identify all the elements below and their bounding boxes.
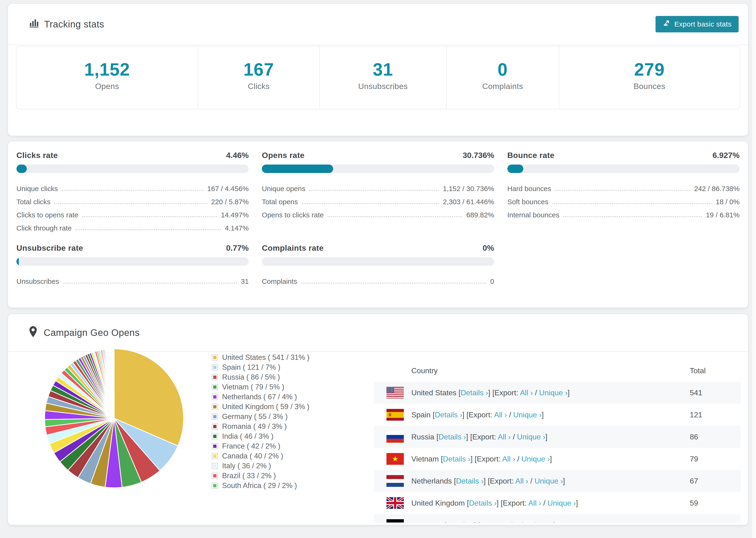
country-total: 121 [690,410,702,419]
bar-chart-icon [28,18,39,30]
export-all-link[interactable]: All › [494,410,507,419]
legend-item: South Africa ( 29 / 2% ) [212,481,309,491]
details-link[interactable]: Details › [469,499,496,507]
legend-item: Spain ( 121 / 7% ) [212,362,309,372]
country-name: United Kingdom [411,499,465,507]
stat-box-clicks: 167 Clicks [198,46,319,109]
stat-box-opens: 1,152 Opens [17,46,198,109]
rate-stat-label: Hard bounces [507,185,551,193]
russia-flag-icon [387,431,404,443]
details-link[interactable]: Details › [446,521,474,523]
stat-box-complaints: 0 Complaints [446,46,559,109]
legend-swatch [212,404,218,410]
rate-progress-fill [17,257,19,266]
germany-flag-icon [387,519,404,522]
export-unique-link[interactable]: Unique › [548,499,576,507]
rate-stat-row: Total clicks 220 / 5.87% [17,193,249,206]
rate-stat-row: Hard bounces 242 / 86.738% [507,180,739,193]
legend-swatch [212,374,218,380]
country-total: 55 [690,521,698,523]
legend-label: Germany ( 55 / 3% ) [222,412,288,421]
dotted-leader [309,190,439,191]
geo-header: Campaign Geo Opens [8,314,748,351]
dotted-leader [82,216,217,217]
details-link[interactable]: Details › [435,410,462,419]
export-all-link[interactable]: All › [502,455,515,463]
country-cell: Germany [Details ›] [Export: All › / Uni… [411,521,556,523]
country-name: Netherlands [411,477,452,485]
legend-label: India ( 46 / 3% ) [222,432,274,441]
export-unique-link[interactable]: Unique › [525,521,553,523]
uk-flag-icon [387,497,404,509]
export-unique-link[interactable]: Unique › [539,389,567,397]
rate-stat-value: 220 / 5.87% [211,198,249,206]
column-header-total: Total [690,366,706,375]
details-link[interactable]: Details › [456,477,483,485]
legend-item: United States ( 541 / 31% ) [212,352,309,362]
rate-value: 30.736% [462,151,494,160]
rate-stat-value: 4.147% [225,224,249,232]
rate-title: Bounce rate [507,151,555,160]
country-name: Russia [411,433,434,441]
export-all-link[interactable]: All › [498,433,511,441]
rate-stat-row: Complaints 0 [262,272,494,286]
legend-swatch [212,473,218,479]
export-basic-stats-button[interactable]: Export basic stats [656,16,739,32]
tracking-stats-card: Tracking stats Export basic stats 1,152 … [8,3,748,136]
legend-item: India ( 46 / 3% ) [212,431,309,441]
campaign-geo-opens-card: Campaign Geo Opens United States ( 541 /… [8,314,748,525]
export-all-link[interactable]: All › [515,477,528,485]
geo-table-row-ru: Russia [Details ›] [Export: All › / Uniq… [374,426,740,448]
legend-swatch [212,443,218,449]
details-link[interactable]: Details › [439,433,466,441]
export-unique-link[interactable]: Unique › [521,455,550,463]
dotted-leader [563,216,702,217]
legend-swatch [212,394,218,400]
export-icon [663,20,670,29]
details-link[interactable]: Details › [460,389,488,397]
netherlands-flag-icon [387,475,404,487]
legend-label: Brazil ( 33 / 2% ) [222,471,276,480]
geo-table-header: Country Total [374,351,740,382]
page-title: Tracking stats [44,19,104,29]
rates-card: Clicks rate 4.46% Unique clicks 167 / 4.… [8,141,748,308]
rate-stat-row: Soft bounces 18 / 0% [507,193,739,206]
rate-value: 4.46% [226,151,249,160]
legend-label: Vietnam ( 79 / 5% ) [222,383,284,391]
rate-stat-label: Total opens [262,198,298,206]
export-unique-link[interactable]: Unique › [535,477,563,485]
legend-item: Russia ( 86 / 5% ) [212,372,309,382]
scrollbar[interactable] [752,0,756,538]
country-total: 67 [690,477,698,485]
export-all-link[interactable]: All › [506,521,519,523]
legend-item: Italy ( 36 / 2% ) [212,461,309,471]
geo-table-row-gb: United Kingdom [Details ›] [Export: All … [374,492,740,514]
clicks-count: 167 [198,60,319,79]
stat-box-unsubscribes: 31 Unsubscribes [319,46,446,109]
legend-item: United Kingdom ( 59 / 3% ) [212,402,309,412]
geo-title: Campaign Geo Opens [44,327,140,338]
opens-count: 1,152 [17,60,198,79]
legend-label: Canada ( 40 / 2% ) [222,452,283,460]
rate-stat-value: 14.497% [221,211,249,219]
unsubscribes-count: 31 [320,60,446,79]
export-all-link[interactable]: All › [520,389,533,397]
export-unique-link[interactable]: Unique › [517,433,545,441]
bounces-count: 279 [559,60,739,79]
rate-stat-label: Opens to clicks rate [262,211,324,219]
country-cell: Vietnam [Details ›] [Export: All › / Uni… [411,455,552,463]
rate-stat-row: Unsubscribes 31 [17,272,249,286]
details-link[interactable]: Details › [443,455,470,463]
us-flag-icon [387,387,404,399]
dotted-leader [75,229,221,230]
export-unique-link[interactable]: Unique › [513,410,542,419]
rate-stat-value: 2,303 / 61.446% [443,198,494,206]
country-name: Germany [411,521,442,523]
rate-progress-track [262,165,494,173]
legend-item: Brazil ( 33 / 2% ) [212,471,309,481]
rate-stat-row: Unique clicks 167 / 4.456% [17,180,249,193]
export-all-link[interactable]: All › [528,499,541,507]
legend-swatch [212,423,218,430]
legend-item: France ( 42 / 2% ) [212,441,309,451]
legend-label: Russia ( 86 / 5% ) [222,373,280,381]
